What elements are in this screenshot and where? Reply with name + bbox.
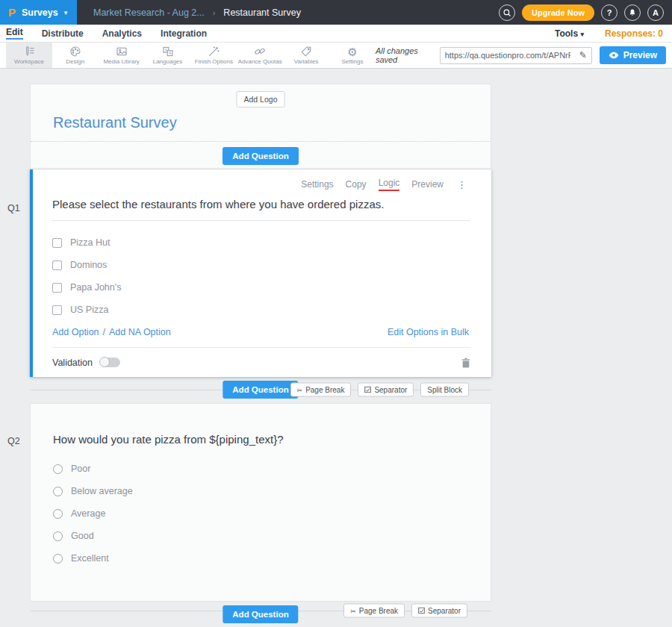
insert-strip-2: Add Question ✂ Page Break Separator — [30, 602, 491, 627]
radio-button[interactable] — [53, 487, 63, 496]
add-option-link[interactable]: Add Option — [52, 327, 99, 337]
chevron-down-icon: ▾ — [580, 31, 584, 38]
survey-title[interactable]: Restaurant Survey — [53, 114, 177, 131]
question-text-q1[interactable]: Please select the restaurants from where… — [52, 198, 470, 221]
trash-icon — [461, 358, 470, 368]
validation-label: Validation — [52, 358, 93, 368]
breadcrumb-folder[interactable]: Market Research - Aug 2... — [93, 7, 205, 18]
toolbar-item-media-library[interactable]: Media Library — [99, 43, 145, 68]
survey-canvas: Q1 Q2 Add Logo Restaurant Survey Add Que… — [0, 69, 672, 627]
add-question-button-bottom[interactable]: Add Question — [223, 605, 298, 623]
separator-button[interactable]: Separator — [411, 604, 467, 618]
notifications-button[interactable] — [624, 4, 641, 21]
kebab-menu-icon[interactable]: ⋮ — [457, 179, 467, 190]
answer-option-row: Pizza Hut — [52, 231, 470, 254]
question-settings-link[interactable]: Settings — [301, 179, 333, 190]
tab-distribute[interactable]: Distribute — [42, 28, 84, 39]
tab-integration[interactable]: Integration — [161, 28, 207, 39]
section-tabs-bar: Edit Distribute Analytics Integration To… — [0, 25, 672, 43]
top-navbar: P Surveys ▾ Market Research - Aug 2... ›… — [0, 0, 672, 25]
toolbar-item-design[interactable]: Design — [52, 43, 99, 68]
checkbox[interactable] — [52, 261, 62, 270]
toolbar-item-languages[interactable]: XA Languages — [145, 43, 191, 68]
option-label[interactable]: Good — [71, 531, 94, 541]
option-label[interactable]: Below average — [71, 486, 133, 496]
delete-question-button[interactable] — [461, 358, 470, 368]
translate-icon: XA — [162, 46, 174, 57]
questionpro-logo: P — [8, 6, 16, 19]
option-label[interactable]: US Pizza — [70, 305, 108, 315]
question-logic-link[interactable]: Logic — [379, 178, 400, 191]
responses-count: Responses: 0 — [605, 28, 663, 39]
option-label[interactable]: Dominos — [70, 260, 107, 270]
question-mark-icon: ? — [607, 8, 612, 17]
account-avatar[interactable]: A — [647, 4, 664, 21]
add-logo-button[interactable]: Add Logo — [237, 91, 285, 107]
question-preview-link[interactable]: Preview — [411, 179, 444, 190]
search-button[interactable] — [499, 4, 515, 21]
answer-option-row: Papa John's — [52, 276, 470, 299]
validation-toggle[interactable] — [100, 358, 120, 367]
separator-button[interactable]: Separator — [358, 383, 414, 397]
help-button[interactable]: ? — [601, 4, 617, 21]
question-footer-q1: Validation — [52, 347, 470, 377]
preview-button[interactable]: Preview — [600, 46, 666, 64]
answer-option-row: Below average — [53, 480, 470, 502]
radio-button[interactable] — [53, 554, 63, 564]
magic-wand-icon — [208, 46, 220, 57]
bell-icon — [628, 8, 637, 17]
edit-options-bulk-link[interactable]: Edit Options in Bulk — [388, 327, 469, 337]
add-na-option-link[interactable]: Add NA Option — [109, 327, 171, 337]
toolbar-item-workspace[interactable]: Workspace — [6, 43, 52, 68]
page-break-button[interactable]: ✂ Page Break — [343, 604, 405, 618]
question-code-q2: Q2 — [7, 436, 20, 446]
add-question-button-mid[interactable]: Add Question — [223, 381, 298, 399]
eye-icon — [609, 52, 619, 59]
toolbar-item-settings[interactable]: ⚙ Settings — [329, 43, 376, 68]
answer-option-row: Poor — [53, 458, 470, 480]
option-label[interactable]: Average — [71, 508, 105, 519]
option-label[interactable]: Poor — [71, 464, 90, 474]
scissors-icon: ✂ — [350, 607, 356, 614]
split-block-button[interactable]: Split Block — [420, 383, 469, 397]
palette-icon — [69, 46, 81, 57]
scissors-icon: ✂ — [297, 386, 303, 393]
question-copy-link[interactable]: Copy — [346, 179, 367, 190]
edit-url-icon[interactable]: ✎ — [575, 50, 591, 60]
checkbox[interactable] — [52, 305, 62, 315]
option-label[interactable]: Papa John's — [70, 282, 121, 293]
tab-analytics[interactable]: Analytics — [102, 28, 142, 39]
gear-icon: ⚙ — [347, 46, 357, 57]
topbar-actions: Upgrade Now ? A — [499, 4, 672, 21]
option-label[interactable]: Pizza Hut — [70, 237, 111, 248]
tab-edit[interactable]: Edit — [6, 27, 23, 40]
checkbox[interactable] — [52, 283, 62, 293]
checkbox[interactable] — [52, 238, 62, 248]
chevron-down-icon: ▾ — [64, 9, 68, 16]
answer-option-row: Average — [53, 502, 470, 525]
surveys-menu[interactable]: P Surveys ▾ — [0, 0, 77, 25]
answer-option-row: US Pizza — [52, 299, 470, 321]
survey-header-card: Add Logo Restaurant Survey Add Question — [30, 84, 491, 169]
toolbar-item-advance-quotas[interactable]: Advance Quotas — [237, 43, 283, 68]
page-break-button[interactable]: ✂ Page Break — [290, 383, 352, 397]
breadcrumb-separator-icon: › — [213, 8, 216, 17]
survey-url-input[interactable] — [441, 51, 575, 60]
option-label[interactable]: Excellent — [71, 553, 109, 564]
chain-link-icon — [254, 46, 266, 57]
autosave-status: All changes saved — [376, 46, 432, 64]
question-code-q1: Q1 — [7, 203, 20, 213]
image-icon — [116, 46, 128, 57]
toolbar-item-variables[interactable]: Variables — [283, 43, 329, 68]
radio-button[interactable] — [53, 464, 63, 474]
question-text-q2[interactable]: How would you rate pizza from ${piping_t… — [53, 432, 470, 447]
svg-text:A: A — [168, 51, 171, 55]
tools-menu[interactable]: Tools ▾ — [555, 28, 584, 39]
add-question-button-top[interactable]: Add Question — [223, 147, 298, 165]
tag-icon — [300, 46, 312, 57]
radio-button[interactable] — [53, 531, 63, 541]
upgrade-now-button[interactable]: Upgrade Now — [522, 4, 594, 21]
radio-button[interactable] — [53, 509, 63, 519]
toolbar-item-finish-options[interactable]: Finish Options — [190, 43, 237, 68]
answer-options-q2: Poor Below average Average Good Excellen… — [53, 458, 470, 570]
